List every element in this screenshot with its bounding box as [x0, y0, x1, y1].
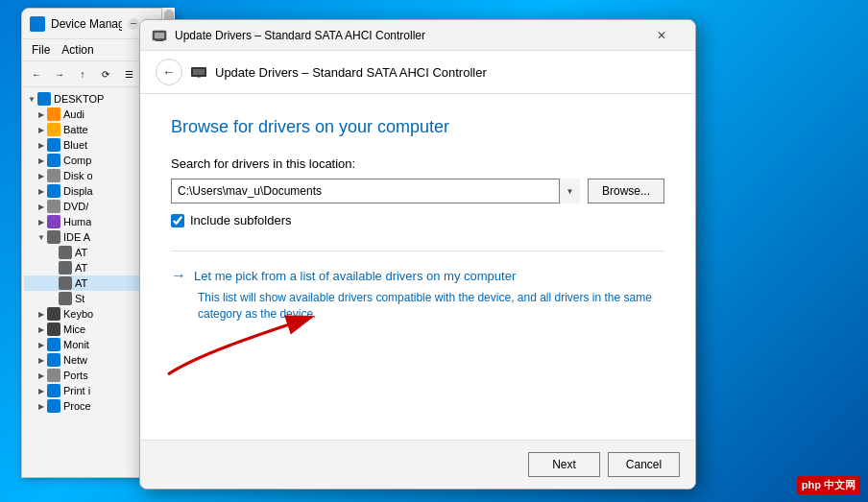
- minimize-button[interactable]: ─: [128, 18, 139, 30]
- expand-icon: ▶: [36, 385, 47, 396]
- expand-icon: ▶: [36, 155, 47, 166]
- path-input[interactable]: [171, 179, 580, 203]
- disk-icon: [47, 169, 60, 182]
- svg-rect-6: [197, 76, 201, 78]
- pick-link-row: → Let me pick from a list of available d…: [171, 267, 664, 284]
- battery-icon: [47, 123, 60, 136]
- expand-icon: ▶: [36, 354, 47, 366]
- expand-icon: ▶: [36, 339, 47, 350]
- dialog-close-button[interactable]: ✕: [639, 21, 684, 50]
- st-icon: [59, 292, 72, 305]
- expand-icon: ▶: [36, 201, 47, 212]
- at3-icon: [59, 276, 72, 290]
- expand-icon: ▶: [36, 308, 47, 320]
- expand-icon: ▶: [36, 185, 47, 197]
- pick-arrow-icon: →: [171, 267, 186, 284]
- dialog-title-text: Update Drivers – Standard SATA AHCI Cont…: [175, 29, 425, 42]
- ports-icon: [47, 369, 60, 382]
- desktop-label: DESKTOP: [54, 93, 104, 105]
- toolbar-properties[interactable]: ☰: [118, 63, 139, 84]
- hid-icon: [47, 215, 60, 228]
- dialog-titlebar: Update Drivers – Standard SATA AHCI Cont…: [140, 20, 695, 51]
- network-icon: [47, 353, 60, 367]
- print-label: Print i: [63, 385, 90, 396]
- path-input-wrapper: ▼: [171, 179, 580, 203]
- network-label: Netw: [63, 354, 87, 366]
- checkbox-row: Include subfolders: [171, 213, 664, 227]
- dialog-heading: Browse for drivers on your computer: [171, 117, 664, 137]
- pick-link[interactable]: Let me pick from a list of available dri…: [194, 269, 516, 283]
- expand-icon: ▶: [36, 139, 47, 151]
- toolbar-up[interactable]: ↑: [72, 63, 93, 84]
- bluetooth-label: Bluet: [63, 139, 87, 151]
- expand-icon: ▼: [26, 93, 37, 105]
- st-label: St: [75, 293, 84, 304]
- device-manager-title: Device Manager: [51, 17, 122, 31]
- print-icon: [47, 384, 60, 397]
- php-watermark: php 中文网: [797, 476, 860, 494]
- pick-description: This list will show available drivers co…: [198, 290, 664, 323]
- bluetooth-icon: [47, 138, 60, 152]
- include-subfolders-checkbox[interactable]: [171, 214, 184, 227]
- audio-label: Audi: [63, 108, 84, 120]
- toolbar-scan[interactable]: ⟳: [95, 63, 116, 84]
- menu-action[interactable]: Action: [56, 41, 99, 59]
- computer-icon: [47, 154, 60, 167]
- dialog-title-content: Update Drivers – Standard SATA AHCI Cont…: [152, 28, 632, 43]
- keyboard-icon: [47, 307, 60, 321]
- menu-file[interactable]: File: [26, 41, 56, 59]
- nav-title-text: Update Drivers – Standard SATA AHCI Cont…: [215, 65, 487, 80]
- ports-label: Ports: [63, 370, 88, 381]
- desktop-icon: [37, 92, 51, 106]
- expand-icon: ▶: [36, 370, 47, 381]
- dvd-label: DVD/: [63, 201, 88, 212]
- update-drivers-dialog: Update Drivers – Standard SATA AHCI Cont…: [139, 19, 696, 490]
- battery-label: Batte: [63, 124, 88, 135]
- expand-icon: ▶: [36, 216, 47, 227]
- dvd-icon: [47, 200, 60, 213]
- display-label: Displa: [63, 185, 93, 197]
- ide-icon: [47, 230, 60, 244]
- driver-title-icon: [152, 28, 167, 43]
- nav-device-icon: [190, 63, 207, 81]
- path-label: Search for drivers in this location:: [171, 156, 664, 171]
- audio-icon: [47, 108, 60, 121]
- dialog-footer: Next Cancel: [140, 440, 695, 489]
- processor-icon: [47, 399, 60, 413]
- svg-rect-5: [193, 69, 205, 75]
- toolbar-back[interactable]: ←: [26, 63, 47, 84]
- at2-icon: [59, 261, 72, 275]
- expand-icon: ▶: [36, 124, 47, 135]
- include-subfolders-label: Include subfolders: [190, 213, 292, 227]
- browse-button[interactable]: Browse...: [588, 179, 664, 203]
- mice-icon: [47, 323, 60, 336]
- nav-back-button[interactable]: ←: [156, 59, 182, 85]
- pick-link-section: → Let me pick from a list of available d…: [171, 251, 664, 323]
- monitor-label: Monit: [63, 339, 89, 350]
- expand-icon: ▶: [36, 323, 47, 335]
- svg-rect-1: [155, 33, 164, 38]
- keyboard-label: Keybo: [63, 308, 93, 320]
- display-icon: [47, 184, 60, 198]
- at2-label: AT: [75, 262, 87, 274]
- monitor-icon: [47, 338, 60, 351]
- processor-label: Proce: [63, 400, 91, 412]
- expand-icon: ▶: [36, 170, 47, 181]
- expand-icon: ▶: [36, 108, 47, 120]
- expand-icon: ▼: [36, 231, 47, 243]
- at3-label: AT: [75, 277, 87, 289]
- svg-rect-3: [156, 40, 163, 41]
- mice-label: Mice: [63, 323, 85, 335]
- ide-label: IDE A: [63, 231, 90, 243]
- toolbar-forward[interactable]: →: [49, 63, 70, 84]
- dialog-nav: ← Update Drivers – Standard SATA AHCI Co…: [140, 51, 695, 94]
- at1-label: AT: [75, 247, 87, 258]
- disk-label: Disk o: [63, 170, 93, 181]
- hid-label: Huma: [63, 216, 91, 227]
- expand-icon: ▶: [36, 400, 47, 412]
- path-dropdown-arrow[interactable]: ▼: [559, 179, 580, 203]
- path-row: ▼ Browse...: [171, 179, 664, 203]
- cancel-button[interactable]: Cancel: [608, 452, 680, 477]
- computer-label: Comp: [63, 155, 91, 166]
- next-button[interactable]: Next: [528, 452, 600, 477]
